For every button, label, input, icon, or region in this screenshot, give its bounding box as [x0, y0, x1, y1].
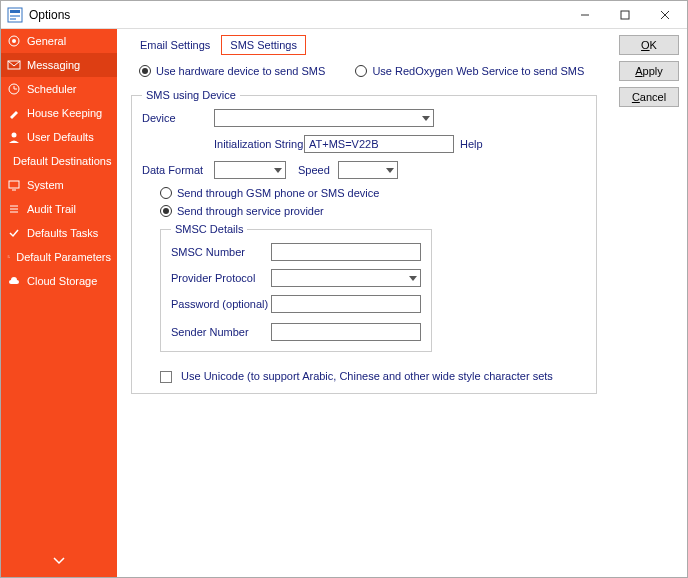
- sidebar-item-label: House Keeping: [27, 107, 102, 119]
- smsc-details-group: SMSC Details SMSC Number Provider Protoc…: [160, 223, 432, 352]
- sidebar-item-label: Scheduler: [27, 83, 77, 95]
- radio-send-through-gsm[interactable]: Send through GSM phone or SMS device: [160, 187, 586, 199]
- broom-icon: [7, 106, 21, 120]
- sidebar-item-audit-trail[interactable]: Audit Trail: [1, 197, 117, 221]
- svg-rect-5: [621, 11, 629, 19]
- smsc-number-label: SMSC Number: [171, 246, 271, 258]
- sms-device-group: SMS using Device Device Initialization S…: [131, 89, 597, 394]
- sidebar-item-default-destinations[interactable]: Default Destinations: [1, 149, 117, 173]
- sidebar-item-label: Defaults Tasks: [27, 227, 98, 239]
- sidebar-item-messaging[interactable]: Messaging: [1, 53, 117, 77]
- maximize-button[interactable]: [605, 1, 645, 29]
- gear-icon: [7, 34, 21, 48]
- data-format-select[interactable]: [214, 161, 286, 179]
- svg-point-9: [12, 39, 16, 43]
- monitor-icon: [7, 178, 21, 192]
- device-select[interactable]: [214, 109, 434, 127]
- group-title: SMSC Details: [171, 223, 247, 235]
- init-string-input[interactable]: AT+MS=V22B: [304, 135, 454, 153]
- password-input[interactable]: [271, 295, 421, 313]
- radio-icon: [160, 187, 172, 199]
- tabs: Email Settings SMS Settings: [131, 35, 603, 55]
- cloud-icon: [7, 274, 21, 288]
- window-title: Options: [29, 8, 70, 22]
- sidebar-item-label: System: [27, 179, 64, 191]
- list-icon: [7, 202, 21, 216]
- options-window: Options General Messaging Scheduler: [0, 0, 688, 578]
- sidebar-item-label: Cloud Storage: [27, 275, 97, 287]
- radio-use-hardware[interactable]: Use hardware device to send SMS: [139, 65, 325, 77]
- radio-icon: [160, 205, 172, 217]
- sidebar-item-system[interactable]: System: [1, 173, 117, 197]
- sidebar-item-user-defaults[interactable]: User Defaults: [1, 125, 117, 149]
- app-icon: [7, 7, 23, 23]
- radio-label: Send through GSM phone or SMS device: [177, 187, 379, 199]
- sidebar-item-house-keeping[interactable]: House Keeping: [1, 101, 117, 125]
- input-value: AT+MS=V22B: [309, 138, 379, 150]
- sidebar-item-default-parameters[interactable]: Default Parameters: [1, 245, 117, 269]
- unicode-checkbox[interactable]: [160, 371, 172, 383]
- sidebar-item-label: Default Destinations: [13, 155, 111, 167]
- chevron-down-icon[interactable]: [53, 555, 65, 567]
- svg-point-12: [12, 133, 17, 138]
- chevron-down-icon: [422, 112, 430, 124]
- tab-email-settings[interactable]: Email Settings: [131, 35, 219, 55]
- sidebar-item-label: Messaging: [27, 59, 80, 71]
- sidebar-item-general[interactable]: General: [1, 29, 117, 53]
- chevron-down-icon: [409, 272, 417, 284]
- password-label: Password (optional): [171, 298, 271, 310]
- speed-label: Speed: [298, 164, 338, 176]
- sidebar-item-scheduler[interactable]: Scheduler: [1, 77, 117, 101]
- sidebar-item-label: Audit Trail: [27, 203, 76, 215]
- radio-icon: [139, 65, 151, 77]
- sender-number-input[interactable]: [271, 323, 421, 341]
- chevron-down-icon: [274, 164, 282, 176]
- group-title: SMS using Device: [142, 89, 240, 101]
- cancel-button[interactable]: Cancel: [619, 87, 679, 107]
- sliders-icon: [7, 250, 10, 264]
- svg-rect-15: [9, 181, 19, 188]
- clock-icon: [7, 82, 21, 96]
- check-icon: [7, 226, 21, 240]
- speed-select[interactable]: [338, 161, 398, 179]
- radio-label: Use hardware device to send SMS: [156, 65, 325, 77]
- apply-button[interactable]: Apply: [619, 61, 679, 81]
- smsc-number-input[interactable]: [271, 243, 421, 261]
- svg-rect-2: [10, 15, 20, 17]
- radio-icon: [355, 65, 367, 77]
- sidebar-item-label: User Defaults: [27, 131, 94, 143]
- data-format-label: Data Format: [142, 164, 214, 176]
- ok-button[interactable]: OK: [619, 35, 679, 55]
- close-button[interactable]: [645, 1, 685, 29]
- help-link[interactable]: Help: [460, 138, 483, 150]
- svg-rect-3: [10, 18, 16, 20]
- sidebar: General Messaging Scheduler House Keepin…: [1, 29, 117, 577]
- unicode-label: Use Unicode (to support Arabic, Chinese …: [181, 370, 553, 382]
- radio-send-through-provider[interactable]: Send through service provider: [160, 205, 586, 217]
- init-string-label: Initialization String: [214, 138, 304, 150]
- provider-protocol-select[interactable]: [271, 269, 421, 287]
- sidebar-item-label: Default Parameters: [16, 251, 111, 263]
- sidebar-item-cloud-storage[interactable]: Cloud Storage: [1, 269, 117, 293]
- chevron-down-icon: [386, 164, 394, 176]
- sidebar-item-label: General: [27, 35, 66, 47]
- right-button-bar: OK Apply Cancel: [611, 29, 687, 577]
- radio-label: Use RedOxygen Web Service to send SMS: [372, 65, 584, 77]
- sidebar-item-defaults-tasks[interactable]: Defaults Tasks: [1, 221, 117, 245]
- envelope-icon: [7, 58, 21, 72]
- radio-use-redoxygen[interactable]: Use RedOxygen Web Service to send SMS: [355, 65, 584, 77]
- device-label: Device: [142, 112, 214, 124]
- radio-label: Send through service provider: [177, 205, 324, 217]
- provider-protocol-label: Provider Protocol: [171, 272, 271, 284]
- user-icon: [7, 130, 21, 144]
- svg-rect-1: [10, 10, 20, 13]
- titlebar: Options: [1, 1, 687, 29]
- minimize-button[interactable]: [565, 1, 605, 29]
- sender-number-label: Sender Number: [171, 326, 271, 338]
- content-area: Email Settings SMS Settings Use hardware…: [117, 29, 611, 577]
- tab-sms-settings[interactable]: SMS Settings: [221, 35, 306, 55]
